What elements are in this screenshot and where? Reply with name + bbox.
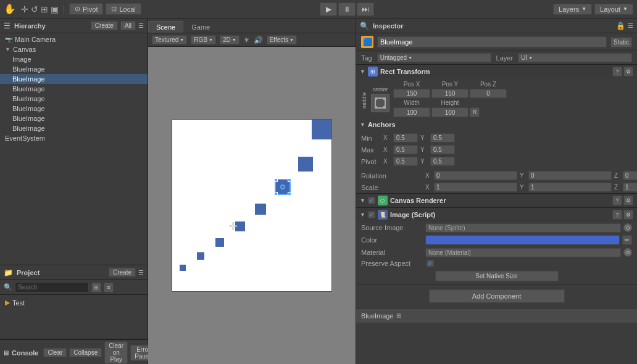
pivot-button[interactable]: ⊙ Pivot	[69, 3, 103, 15]
hierarchy-item-blueimage-1[interactable]: BlueImage	[0, 64, 148, 74]
inspector-lock-icon[interactable]: 🔒	[616, 22, 625, 30]
width-input[interactable]	[393, 107, 430, 117]
anchors-header[interactable]: ▼ Anchors	[356, 120, 637, 130]
hierarchy-item-blueimage-3[interactable]: BlueImage	[0, 84, 148, 94]
scale-z-input[interactable]	[623, 183, 637, 192]
layers-label: Layers	[559, 6, 579, 13]
anchor-pivot-y-input[interactable]	[430, 157, 455, 166]
console-collapse-button[interactable]: Collapse	[69, 348, 102, 357]
twod-dropdown[interactable]: 2D	[220, 35, 239, 44]
play-button[interactable]: ▶	[320, 2, 337, 16]
hierarchy-item-canvas[interactable]: ▼ Canvas	[0, 44, 148, 54]
rt-R-button[interactable]: R	[470, 107, 480, 117]
hierarchy-all-button[interactable]: All	[120, 21, 136, 30]
canvas-renderer-header[interactable]: ▼ ⬡ Canvas Renderer ? ⚙	[356, 194, 637, 207]
hierarchy-create-button[interactable]: Create	[91, 21, 118, 30]
anchor-pivot-x-input[interactable]	[393, 157, 418, 166]
object-name-input[interactable]	[377, 36, 607, 48]
image-script-header[interactable]: ▼ 📜 Image (Script) ? ⚙	[356, 208, 637, 221]
anchor-max-x-input[interactable]	[393, 145, 418, 154]
handle-bl[interactable]	[274, 192, 278, 196]
rotation-x-input[interactable]	[434, 171, 517, 180]
console-clear-on-play-button[interactable]: Clear on Play	[104, 341, 128, 364]
rgb-dropdown[interactable]: RGB	[191, 35, 216, 44]
material-picker[interactable]: ⊙	[623, 248, 632, 257]
rt-settings-button[interactable]: ⚙	[623, 67, 633, 77]
tag-dropdown[interactable]: Untagged	[377, 53, 491, 62]
rt-anchor-visual[interactable]	[371, 94, 389, 112]
layout-dropdown-button[interactable]: Layout	[594, 4, 633, 15]
is-settings-button[interactable]: ⚙	[623, 210, 633, 220]
inspector-menu-icon[interactable]: ☰	[628, 22, 633, 29]
hierarchy-header: ☰ Hierarchy Create All ☰	[0, 19, 148, 33]
project-item-test[interactable]: ▶ Test	[5, 297, 143, 308]
cr-enable-checkbox[interactable]	[368, 197, 375, 204]
hierarchy-menu-icon[interactable]: ☰	[138, 22, 144, 29]
rt-docs-button[interactable]: ?	[612, 67, 622, 77]
pause-button[interactable]: ⏸	[338, 2, 356, 16]
project-search-icon-btn[interactable]: ⊞	[91, 283, 101, 292]
is-docs-button[interactable]: ?	[612, 210, 622, 220]
scale-y-input[interactable]	[528, 183, 612, 192]
handle-br[interactable]	[288, 192, 291, 196]
textured-dropdown[interactable]: Textured	[152, 35, 187, 44]
rotate-icon[interactable]: ↺	[31, 4, 38, 14]
color-edit-button[interactable]: ✏	[622, 235, 632, 245]
project-search-input[interactable]	[15, 282, 89, 292]
tab-scene[interactable]: Scene	[148, 21, 183, 33]
project-create-button[interactable]: Create	[109, 268, 136, 277]
console-clear-button[interactable]: Clear	[43, 348, 67, 357]
anchor-dot-tr	[383, 97, 386, 100]
pos-y-input[interactable]	[431, 89, 468, 98]
hierarchy-item-blueimage-4[interactable]: BlueImage	[0, 94, 148, 104]
rect-transform-header[interactable]: ▼ ⊞ Rect Transform ? ⚙	[356, 65, 637, 78]
preserve-aspect-checkbox[interactable]	[427, 260, 434, 267]
pos-z-input[interactable]	[470, 89, 507, 98]
hierarchy-item-blueimage-5[interactable]: BlueImage	[0, 104, 148, 114]
rotation-z-input[interactable]	[623, 171, 637, 180]
handle-tl[interactable]	[274, 178, 278, 182]
step-button[interactable]: ⏭	[357, 2, 374, 16]
layers-dropdown-button[interactable]: Layers	[553, 4, 592, 15]
hierarchy-icon: ☰	[4, 22, 10, 30]
hierarchy-item-eventsystem[interactable]: EventSystem	[0, 133, 148, 143]
project-menu-icon[interactable]: ☰	[138, 269, 144, 276]
tab-game[interactable]: Game	[183, 21, 218, 33]
pos-x-label: Pos X	[393, 81, 430, 88]
project-list-icon-btn[interactable]: ≡	[104, 283, 114, 292]
handle-tr[interactable]	[288, 178, 291, 182]
anchor-min-y-input[interactable]	[430, 133, 455, 143]
rect-icon[interactable]: ▣	[51, 4, 59, 14]
effects-dropdown[interactable]: Effects	[267, 35, 297, 44]
is-enable-checkbox[interactable]	[368, 211, 375, 218]
hand-icon[interactable]: ✋	[4, 3, 16, 15]
layer-dropdown[interactable]: UI	[518, 53, 632, 62]
cr-settings-button[interactable]: ⚙	[623, 196, 633, 205]
local-button[interactable]: ⊡ Local	[106, 3, 141, 15]
height-input[interactable]	[431, 107, 468, 117]
scale-icon[interactable]: ⊞	[41, 4, 48, 14]
scene-canvas[interactable]: ✛	[148, 47, 356, 364]
cr-docs-button[interactable]: ?	[612, 196, 622, 205]
hierarchy-header-left: ☰ Hierarchy	[4, 22, 46, 30]
add-component-button[interactable]: Add Component	[429, 289, 565, 303]
hierarchy-item-blueimage-6[interactable]: BlueImage	[0, 114, 148, 123]
rt-xyz-grid: Pos X Pos Y Pos Z Width Height R	[393, 81, 632, 117]
hierarchy-item-main-camera[interactable]: 📷 Main Camera	[0, 35, 148, 44]
anchor-min-x-input[interactable]	[393, 133, 418, 143]
object-header: 🟦 Static	[356, 33, 637, 51]
source-image-picker[interactable]: ⊙	[623, 223, 632, 232]
pos-x-input[interactable]	[393, 89, 430, 98]
hierarchy-item-image[interactable]: Image	[0, 54, 148, 64]
move-icon[interactable]: ✛	[21, 4, 28, 14]
blueimage-1-label: BlueImage	[12, 65, 45, 73]
static-button[interactable]: Static	[610, 37, 632, 48]
color-swatch[interactable]	[425, 235, 620, 245]
hierarchy-item-blueimage-selected[interactable]: BlueImage	[0, 74, 148, 84]
set-native-size-button[interactable]: Set Native Size	[435, 271, 559, 281]
cr-icon: ⬡	[378, 196, 388, 205]
hierarchy-item-blueimage-7[interactable]: BlueImage	[0, 123, 148, 133]
scale-x-input[interactable]	[434, 183, 517, 192]
rotation-y-input[interactable]	[528, 171, 612, 180]
anchor-max-y-input[interactable]	[430, 145, 455, 154]
